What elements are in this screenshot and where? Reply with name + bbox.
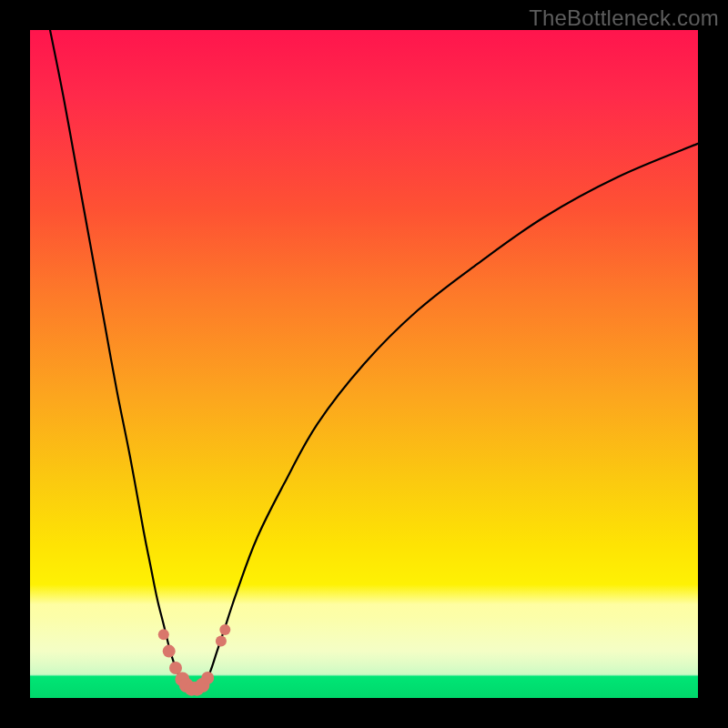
marker-point (216, 636, 227, 647)
chart-frame: TheBottleneck.com (0, 0, 728, 728)
curve-layer (30, 30, 698, 698)
marker-point (201, 672, 214, 684)
marker-point (219, 624, 230, 635)
bottleneck-curve (50, 30, 698, 693)
marker-point (158, 629, 169, 640)
marker-point (163, 645, 176, 658)
watermark-text: TheBottleneck.com (529, 5, 719, 31)
plot-area (30, 30, 698, 698)
highlight-markers (158, 624, 231, 696)
